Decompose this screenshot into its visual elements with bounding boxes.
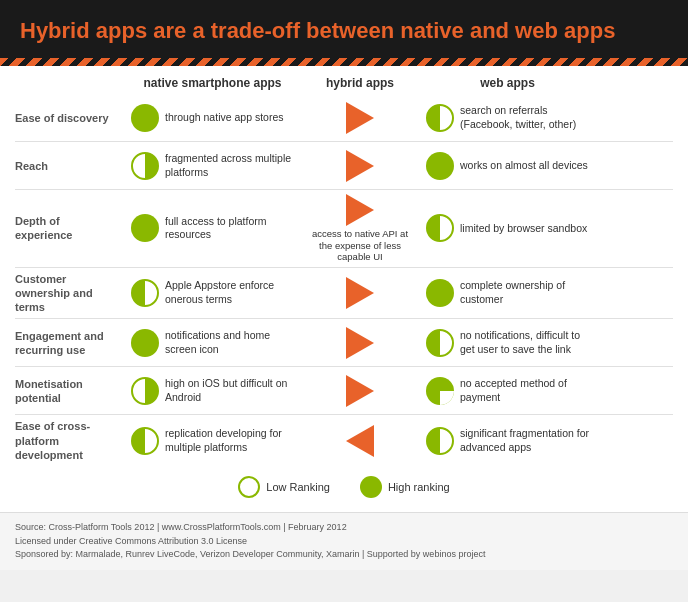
col-header-web: web apps: [420, 76, 595, 90]
native-text: replication developing for multiple plat…: [165, 427, 294, 454]
arrow-left-icon: [346, 425, 374, 457]
arrow-right-icon: [346, 327, 374, 359]
header: Hybrid apps are a trade-off between nati…: [0, 0, 688, 58]
row-label: Reach: [15, 155, 125, 177]
hybrid-cell: access to native API at the expense of l…: [300, 190, 420, 266]
circle-icon: [131, 427, 159, 455]
footer-line3: Sponsored by: Marmalade, Runrev LiveCode…: [15, 548, 673, 562]
web-text: search on referrals (Facebook, twitter, …: [460, 104, 589, 131]
zigzag-divider: [0, 58, 688, 66]
native-cell: high on iOS but difficult on Android: [125, 373, 300, 409]
web-text: significant fragmentation for advanced a…: [460, 427, 589, 454]
footer-line1: Source: Cross-Platform Tools 2012 | www.…: [15, 521, 673, 535]
web-cell: complete ownership of customer: [420, 275, 595, 311]
native-text: through native app stores: [165, 111, 284, 125]
web-cell: no accepted method of payment: [420, 373, 595, 409]
legend-low: Low Ranking: [238, 476, 330, 498]
native-text: Apple Appstore enforce onerous terms: [165, 279, 294, 306]
native-cell: replication developing for multiple plat…: [125, 423, 300, 459]
web-text: works on almost all devices: [460, 159, 588, 173]
circle-icon: [131, 377, 159, 405]
legend-high-icon: [360, 476, 382, 498]
web-text: complete ownership of customer: [460, 279, 589, 306]
arrow-right-icon: [346, 277, 374, 309]
circle-icon: [426, 104, 454, 132]
row-label: Customer ownership and terms: [15, 268, 125, 319]
row-label: Engagement and recurring use: [15, 325, 125, 362]
content-area: native smartphone apps hybrid apps web a…: [0, 66, 688, 512]
main-container: Hybrid apps are a trade-off between nati…: [0, 0, 688, 570]
table-row: Engagement and recurring use notificatio…: [15, 319, 673, 367]
legend-low-icon: [238, 476, 260, 498]
legend-low-label: Low Ranking: [266, 481, 330, 493]
web-cell: no notifications, difficult to get user …: [420, 325, 595, 361]
row-label: Monetisation potential: [15, 373, 125, 410]
native-cell: notifications and home screen icon: [125, 325, 300, 361]
hybrid-text: access to native API at the expense of l…: [306, 228, 414, 262]
native-text: fragmented across multiple platforms: [165, 152, 294, 179]
legend-high-label: High ranking: [388, 481, 450, 493]
legend: Low Ranking High ranking: [15, 466, 673, 504]
arrow-right-icon: [346, 194, 374, 226]
row-label: Depth of experience: [15, 210, 125, 247]
web-cell: limited by browser sandbox: [420, 210, 595, 246]
native-text: notifications and home screen icon: [165, 329, 294, 356]
hybrid-cell: [300, 323, 420, 363]
column-headers: native smartphone apps hybrid apps web a…: [15, 76, 673, 90]
native-cell: through native app stores: [125, 100, 300, 136]
circle-icon: [131, 152, 159, 180]
table-row: Monetisation potential high on iOS but d…: [15, 367, 673, 415]
circle-icon: [131, 214, 159, 242]
col-header-native: native smartphone apps: [125, 76, 300, 90]
web-text: limited by browser sandbox: [460, 222, 587, 236]
native-cell: full access to platform resources: [125, 210, 300, 246]
arrow-right-icon: [346, 102, 374, 134]
page-title: Hybrid apps are a trade-off between nati…: [20, 18, 668, 44]
native-text: high on iOS but difficult on Android: [165, 377, 294, 404]
circle-icon: [426, 329, 454, 357]
table-row: Customer ownership and terms Apple Appst…: [15, 268, 673, 320]
arrow-right-icon: [346, 150, 374, 182]
footer-line2: Licensed under Creative Commons Attribut…: [15, 535, 673, 549]
table-row: Ease of discovery through native app sto…: [15, 94, 673, 142]
hybrid-arrow-container: access to native API at the expense of l…: [306, 194, 414, 262]
table-row: Reach fragmented across multiple platfor…: [15, 142, 673, 190]
native-cell: Apple Appstore enforce onerous terms: [125, 275, 300, 311]
web-cell: works on almost all devices: [420, 148, 595, 184]
web-text: no accepted method of payment: [460, 377, 589, 404]
native-cell: fragmented across multiple platforms: [125, 148, 300, 184]
hybrid-cell: [300, 273, 420, 313]
circle-icon: [426, 152, 454, 180]
circle-icon: [426, 214, 454, 242]
footer: Source: Cross-Platform Tools 2012 | www.…: [0, 512, 688, 570]
col-header-hybrid: hybrid apps: [300, 76, 420, 90]
hybrid-cell: [300, 98, 420, 138]
circle-icon: [131, 279, 159, 307]
table-row: Depth of experience full access to platf…: [15, 190, 673, 267]
web-text: no notifications, difficult to get user …: [460, 329, 589, 356]
row-label: Ease of discovery: [15, 107, 125, 129]
hybrid-cell: [300, 421, 420, 461]
native-text: full access to platform resources: [165, 215, 294, 242]
row-label: Ease of cross-platform development: [15, 415, 125, 466]
web-cell: significant fragmentation for advanced a…: [420, 423, 595, 459]
hybrid-cell: [300, 146, 420, 186]
hybrid-cell: [300, 371, 420, 411]
circle-icon: [426, 279, 454, 307]
legend-high: High ranking: [360, 476, 450, 498]
table-row: Ease of cross-platform development repli…: [15, 415, 673, 466]
arrow-right-icon: [346, 375, 374, 407]
circle-icon: [426, 427, 454, 455]
circle-icon: [131, 104, 159, 132]
circle-icon: [131, 329, 159, 357]
circle-icon: [426, 377, 454, 405]
web-cell: search on referrals (Facebook, twitter, …: [420, 100, 595, 136]
comparison-table: native smartphone apps hybrid apps web a…: [15, 76, 673, 466]
